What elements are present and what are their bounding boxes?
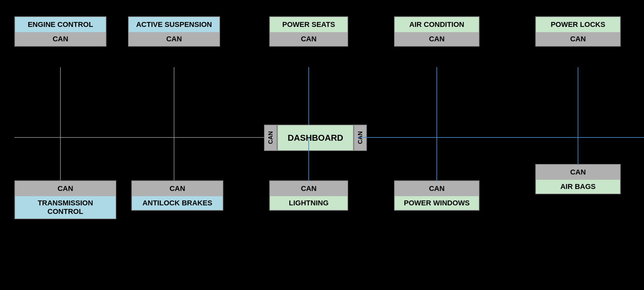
air-condition-node: AIR CONDITION CAN [394, 16, 479, 47]
power-seats-label: POWER SEATS [270, 17, 347, 32]
air-condition-label: AIR CONDITION [395, 17, 479, 32]
transmission-can-top: CAN [15, 181, 116, 196]
antilock-brakes-label: ANTILOCK BRAKES [132, 196, 223, 210]
power-seats-node: POWER SEATS CAN [269, 16, 348, 47]
transmission-control-label: TRANSMISSION CONTROL [15, 196, 116, 218]
dashboard-node: CAN DASHBOARD CAN [264, 125, 367, 151]
engine-vline [60, 67, 61, 137]
lightning-node: CAN LIGHTNING [269, 180, 348, 211]
power-windows-node: CAN POWER WINDOWS [394, 180, 479, 211]
bus-line-left2 [198, 137, 264, 138]
active-suspension-label: ACTIVE SUSPENSION [129, 17, 219, 32]
dashboard-can-left: CAN [264, 125, 277, 151]
air-bags-label: AIR BAGS [536, 180, 620, 194]
dashboard-label: DASHBOARD [277, 125, 354, 151]
power-seats-can: CAN [270, 32, 347, 46]
lightning-label: LIGHTNING [270, 196, 347, 210]
engine-control-node: ENGINE CONTROL CAN [14, 16, 106, 47]
dashboard-can-right: CAN [354, 125, 367, 151]
bus-line-right [358, 137, 644, 138]
air-condition-can: CAN [395, 32, 479, 46]
lightning-can-top: CAN [270, 181, 347, 196]
transmission-vline [60, 137, 61, 181]
antilock-can-top: CAN [132, 181, 223, 196]
antilock-vline [174, 137, 174, 181]
power-windows-label: POWER WINDOWS [395, 196, 479, 210]
power-locks-label: POWER LOCKS [536, 17, 620, 32]
bus-line-left [14, 137, 198, 138]
active-suspension-node: ACTIVE SUSPENSION CAN [128, 16, 220, 47]
power-locks-can: CAN [536, 32, 620, 46]
power-locks-node: POWER LOCKS CAN [535, 16, 621, 47]
air-condition-vline [436, 67, 437, 137]
power-windows-vline [436, 137, 437, 181]
lightning-vline [308, 137, 309, 181]
engine-control-can: CAN [15, 32, 106, 46]
air-bags-can-top: CAN [536, 165, 620, 180]
active-suspension-vline [174, 67, 174, 137]
air-bags-vline [578, 137, 578, 165]
transmission-control-node: CAN TRANSMISSION CONTROL [14, 180, 116, 219]
engine-control-label: ENGINE CONTROL [15, 17, 106, 32]
power-locks-vline [578, 67, 578, 137]
power-windows-can-top: CAN [395, 181, 479, 196]
antilock-brakes-node: CAN ANTILOCK BRAKES [131, 180, 223, 211]
active-suspension-can: CAN [129, 32, 219, 46]
air-bags-node: CAN AIR BAGS [535, 164, 621, 194]
